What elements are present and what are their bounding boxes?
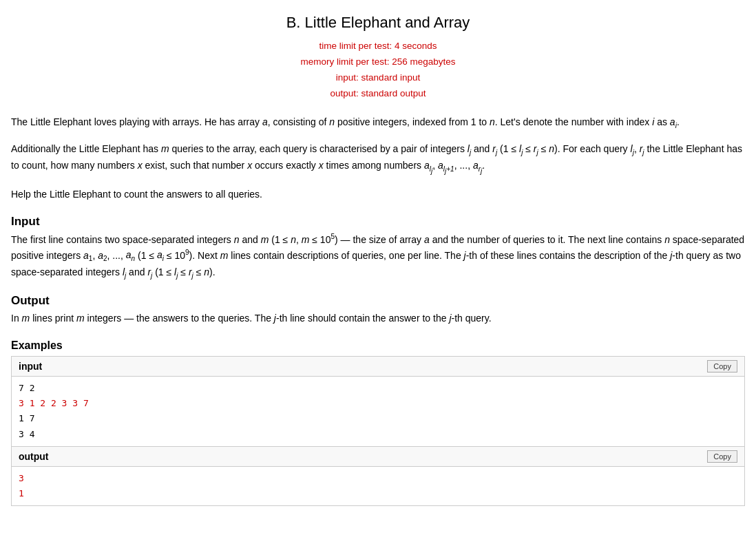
input-line-3: 1 7 bbox=[19, 411, 737, 426]
time-limit: time limit per test: 4 seconds bbox=[11, 39, 745, 54]
output-example-content: 3 1 bbox=[12, 467, 744, 505]
meta-info: time limit per test: 4 seconds memory li… bbox=[11, 39, 745, 102]
problem-statement-1: The Little Elephant loves playing with a… bbox=[11, 114, 745, 132]
input-example-header: input Copy bbox=[12, 357, 744, 377]
output-example-label: output bbox=[19, 451, 49, 462]
output-line-1: 3 bbox=[19, 471, 737, 486]
memory-limit: memory limit per test: 256 megabytes bbox=[11, 54, 745, 70]
problem-statement-2: Additionally the Little Elephant has m q… bbox=[11, 141, 745, 178]
input-section-title: Input bbox=[11, 215, 745, 229]
copy-input-button[interactable]: Copy bbox=[707, 360, 737, 372]
output-line-2: 1 bbox=[19, 486, 737, 501]
output-section-title: Output bbox=[11, 294, 745, 308]
output-section-body: In m lines print m integers — the answer… bbox=[11, 311, 745, 326]
page-title: B. Little Elephant and Array bbox=[11, 14, 745, 32]
copy-output-button[interactable]: Copy bbox=[707, 450, 737, 463]
input-section-body: The first line contains two space-separa… bbox=[11, 231, 745, 282]
output-example-header: output Copy bbox=[12, 446, 744, 467]
input-type: input: standard input bbox=[11, 70, 745, 86]
output-type: output: standard output bbox=[11, 86, 745, 102]
examples-title: Examples bbox=[11, 339, 745, 352]
input-line-4: 3 4 bbox=[19, 427, 737, 442]
input-example-label: input bbox=[19, 361, 42, 372]
input-example-content: 7 2 3 1 2 2 3 3 7 1 7 3 4 bbox=[12, 377, 744, 445]
examples-container: input Copy 7 2 3 1 2 2 3 3 7 1 7 3 4 out… bbox=[11, 356, 745, 506]
problem-statement-3: Help the Little Elephant to count the an… bbox=[11, 187, 745, 202]
input-line-1: 7 2 bbox=[19, 381, 737, 396]
input-line-2: 3 1 2 2 3 3 7 bbox=[19, 396, 737, 411]
